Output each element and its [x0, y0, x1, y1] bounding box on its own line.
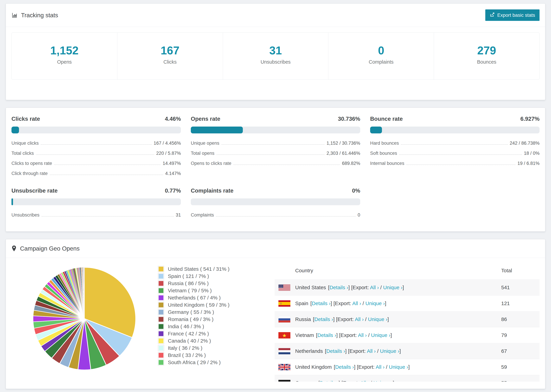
map-pin-icon: [11, 245, 17, 252]
country-details-link[interactable]: Details ›: [335, 364, 354, 370]
leader-dots: [54, 165, 161, 165]
legend-item[interactable]: Netherlands ( 67 / 4% ): [158, 294, 250, 301]
country-name: Spain: [295, 301, 308, 306]
country-details-link[interactable]: Details ›: [320, 380, 339, 382]
legend-color-chip: [158, 287, 164, 294]
rate-value: 0.77%: [165, 188, 181, 194]
legend-item[interactable]: Germany ( 55 / 3% ): [158, 308, 250, 316]
stat-complaints: 0 Complaints: [328, 33, 434, 79]
leader-dots: [216, 216, 356, 217]
export-all-link[interactable]: All ›: [352, 301, 361, 306]
export-unique-link[interactable]: Unique ›: [380, 348, 399, 354]
export-unique-link[interactable]: Unique ›: [366, 301, 385, 306]
total-cell: 121: [501, 301, 540, 306]
export-unique-link[interactable]: Unique ›: [389, 364, 408, 370]
legend-label: Vietnam ( 79 / 5% ): [168, 288, 212, 294]
geo-table-body: United States[Details ›] [Export: All › …: [275, 280, 540, 382]
rate-detail-value: 220 / 5.87%: [156, 151, 181, 156]
legend-item[interactable]: United States ( 541 / 31% ): [158, 266, 250, 273]
country-flag-icon: [278, 316, 290, 322]
country-details-link[interactable]: Details ›: [326, 348, 345, 354]
legend-item[interactable]: Spain ( 121 / 7% ): [158, 273, 250, 280]
legend-label: United Kingdom ( 59 / 3% ): [168, 302, 229, 308]
geo-pie-wrap: [23, 260, 158, 380]
rate-title: Unsubscribe rate: [11, 188, 58, 194]
rate-progress-bar: [11, 198, 181, 205]
geo-table-row: Netherlands[Details ›] [Export: All › / …: [275, 343, 540, 359]
legend-item[interactable]: France ( 42 / 2% ): [158, 330, 250, 337]
legend-label: United States ( 541 / 31% ): [168, 266, 229, 272]
rate-progress-bar: [191, 198, 360, 205]
export-all-link[interactable]: All ›: [376, 364, 385, 370]
country-details-link[interactable]: Details ›: [314, 316, 333, 322]
export-basic-stats-button[interactable]: Export basic stats: [485, 9, 540, 21]
rate-value: 30.736%: [338, 116, 360, 122]
legend-color-chip: [158, 338, 164, 344]
export-all-link[interactable]: All ›: [370, 285, 379, 290]
geo-opens-pie-chart: [23, 260, 146, 379]
complaints-label: Complaints: [330, 59, 432, 65]
geo-opens-title: Campaign Geo Opens: [20, 245, 80, 252]
legend-color-chip: [158, 331, 164, 337]
export-unique-link[interactable]: Unique ›: [373, 380, 393, 382]
export-button-label: Export basic stats: [497, 13, 535, 18]
legend-item[interactable]: Brazil ( 33 / 2% ): [158, 352, 250, 359]
clicks-label: Clicks: [119, 59, 221, 65]
geo-table: Country Total United States[Details ›] […: [275, 262, 540, 382]
geo-table-row: Germany[Details ›] [Export: All › / Uniq…: [275, 375, 540, 382]
rate-detail-value: 2,303 / 61.446%: [326, 151, 360, 156]
export-all-link[interactable]: All ›: [358, 332, 367, 338]
country-cell: United States[Details ›] [Export: All › …: [275, 284, 501, 291]
summary-stats: 1,152 Opens 167 Clicks 31 Unsubscribes 0…: [11, 33, 540, 80]
opens-count: 1,152: [13, 45, 115, 56]
country-details-link[interactable]: Details ›: [329, 285, 348, 290]
rate-title: Opens rate: [191, 116, 220, 122]
rate-value: 4.46%: [165, 116, 181, 122]
legend-label: Germany ( 55 / 3% ): [168, 309, 214, 315]
rate-detail-value: 31: [176, 212, 181, 218]
rate-detail-label: Complaints: [191, 212, 214, 218]
legend-color-chip: [158, 316, 164, 322]
rate-title: Bounce rate: [370, 116, 403, 122]
export-unique-link[interactable]: Unique ›: [371, 332, 390, 338]
legend-item[interactable]: Vietnam ( 79 / 5% ): [158, 287, 250, 294]
legend-color-chip: [158, 302, 164, 308]
rate-section: Complaints rate0%Complaints0: [191, 188, 360, 218]
geo-table-row: Spain[Details ›] [Export: All › / Unique…: [275, 295, 540, 311]
country-flag-icon: [278, 332, 290, 338]
rate-detail-label: Unsubscribes: [11, 212, 40, 218]
legend-item[interactable]: Canada ( 40 / 2% ): [158, 337, 250, 344]
legend-item[interactable]: India ( 46 / 3% ): [158, 323, 250, 330]
complaints-count: 0: [330, 45, 432, 56]
rate-detail-value: 14.497%: [162, 161, 181, 166]
legend-item[interactable]: United Kingdom ( 59 / 3% ): [158, 301, 250, 308]
legend-item[interactable]: Romania ( 49 / 3% ): [158, 316, 250, 323]
stat-opens: 1,152 Opens: [12, 33, 117, 79]
country-cell: Vietnam[Details ›] [Export: All › / Uniq…: [275, 332, 501, 338]
unsubscribes-count: 31: [225, 45, 327, 56]
legend-label: Canada ( 40 / 2% ): [168, 338, 211, 344]
country-details-link[interactable]: Details ›: [312, 301, 331, 306]
rate-detail-label: Soft bounces: [370, 151, 397, 156]
rate-progress-fill: [370, 126, 382, 133]
country-cell: Russia[Details ›] [Export: All › / Uniqu…: [275, 316, 501, 322]
legend-color-chip: [158, 323, 164, 329]
unsubscribes-label: Unsubscribes: [225, 59, 327, 65]
legend-item[interactable]: Russia ( 86 / 5% ): [158, 280, 250, 287]
export-all-link[interactable]: All ›: [355, 316, 364, 322]
legend-item[interactable]: Italy ( 36 / 2% ): [158, 344, 250, 352]
export-all-link[interactable]: All ›: [367, 348, 376, 354]
country-name: Netherlands: [295, 348, 323, 354]
total-cell: 59: [501, 364, 540, 370]
export-unique-link[interactable]: Unique ›: [368, 316, 387, 322]
rate-detail-label: Unique clicks: [11, 140, 39, 146]
tracking-stats-header: Tracking stats Export basic stats: [6, 4, 545, 27]
rate-detail-row: Complaints0: [191, 212, 360, 218]
legend-color-chip: [158, 359, 164, 365]
leader-dots: [406, 165, 516, 165]
country-details-link[interactable]: Details ›: [318, 332, 336, 338]
legend-item[interactable]: South Africa ( 29 / 2% ): [158, 359, 250, 366]
export-all-link[interactable]: All ›: [360, 380, 369, 382]
total-cell: 67: [501, 348, 540, 354]
export-unique-link[interactable]: Unique ›: [383, 285, 403, 290]
